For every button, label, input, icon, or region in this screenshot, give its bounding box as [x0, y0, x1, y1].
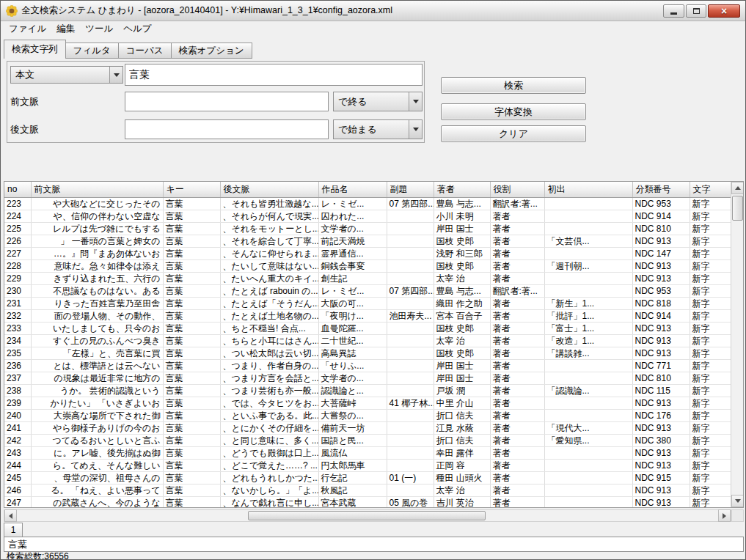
table-row[interactable]: 226 」 一番頭の言葉と婢女の 言葉 、それを綜合して丁寧... 前記天満焼 …: [4, 235, 731, 247]
vertical-scrollbar-thumb[interactable]: [732, 196, 743, 221]
table-row[interactable]: 224 や、信仰の伴わない空虚な 言葉 、それらが何んで現実... 囚われた..…: [4, 210, 731, 222]
cell-no: 245: [4, 471, 31, 484]
vertical-scrollbar[interactable]: [731, 182, 743, 507]
maximize-icon: [693, 8, 700, 14]
table-row[interactable]: 238 うか。 芸術的認識という 言葉 、つまり芸術も亦一般... 認識論と..…: [4, 384, 731, 397]
cell-post-context: 、それも皆勇壮激越な...: [220, 197, 318, 210]
table-row[interactable]: 239 かりたい」 「いさぎよいお 言葉 、では、今タヒツをお... 大菩薩峠 …: [4, 397, 731, 409]
table-body: 223 や大砲などに交じったその 言葉 、それも皆勇壮激越な... レ・ミゼ..…: [4, 197, 731, 508]
cell-key: 言葉: [163, 496, 220, 508]
search-query-input[interactable]: [125, 64, 423, 86]
tab-filter[interactable]: フィルタ: [65, 43, 119, 59]
column-header[interactable]: 文字: [690, 182, 731, 197]
cell-first-publication: 「富士」1...: [544, 322, 632, 334]
cell-key: 言葉: [163, 372, 220, 384]
clear-button[interactable]: クリア: [441, 125, 586, 142]
cell-role: 著者: [490, 459, 544, 471]
cell-key: 言葉: [163, 459, 220, 471]
cell-ndc-number: NDC 176: [632, 409, 690, 421]
table-row[interactable]: 235 「左様」と、売言葉に買 言葉 、つい松太郎は云い切... 高島異誌 国枝…: [4, 347, 731, 359]
column-header[interactable]: 役割: [490, 182, 544, 197]
menu-help[interactable]: ヘルプ: [118, 21, 156, 37]
chevron-down-icon: [409, 120, 422, 139]
post-context-mode-select[interactable]: で始まる: [333, 119, 423, 139]
scroll-down-button[interactable]: [731, 495, 744, 507]
cell-title: 大菩薩峠: [318, 397, 387, 409]
table-row[interactable]: 232 面の登場人物、その動作、 言葉 、たとえば土地名物の... 「夜明け..…: [4, 309, 731, 322]
search-button[interactable]: 検索: [441, 77, 586, 94]
cell-post-context: 、ちらと小耳にはさん...: [220, 334, 318, 347]
column-header[interactable]: 初出: [544, 182, 632, 197]
cell-subtitle: [387, 384, 434, 397]
table-row[interactable]: 246 る。 「ねえ、よい悪事って 言葉 、ないかしら。」「よ... 秋風記 太…: [4, 484, 731, 496]
menu-edit[interactable]: 編集: [51, 21, 80, 37]
search-target-select[interactable]: 本文: [10, 66, 123, 84]
cell-post-context: 、なんで戯れ言に申し...: [220, 496, 318, 508]
cell-role: 翻訳者:著...: [490, 197, 544, 210]
cell-charset: 新字: [690, 309, 731, 322]
result-page-tab[interactable]: 1: [4, 523, 23, 537]
cell-author: 岸田 国士: [434, 372, 490, 384]
table-row[interactable]: 243 に。アレ嘘、後先揃はぬ御 言葉 、どうでも殿御は口上... 風流仏 幸田…: [4, 446, 731, 459]
cell-title: 創生記: [318, 272, 387, 284]
cell-title: 備前天一坊: [318, 421, 387, 434]
scroll-right-button[interactable]: [718, 509, 731, 522]
table-row[interactable]: 247 の武蔵さんへ、今のような 言葉 、なんで戯れ言に申し... 宮本武蔵 0…: [4, 496, 731, 508]
table-row[interactable]: 241 やら御様子ありげの今のお 言葉 、とにかくその仔細を... 備前天一坊 …: [4, 421, 731, 434]
cell-title: 秋風記: [318, 484, 387, 496]
table-row[interactable]: 233 いたしましても、只今のお 言葉 、ちと不穏当! 合点... 血曼陀羅..…: [4, 322, 731, 334]
table-row[interactable]: 245 、母堂の深切、祖母さんの 言葉 、どれもうれしかつた... 行乞記 01…: [4, 471, 731, 484]
column-header[interactable]: 前文脈: [31, 182, 163, 197]
tab-corpus[interactable]: コーパス: [118, 43, 172, 59]
close-button[interactable]: ×: [708, 4, 740, 18]
post-context-label: 後文脈: [10, 119, 39, 139]
table-row[interactable]: 242 つてゐるおいとしいと言ふ 言葉 、と同じ意味に、多く... 国語と民..…: [4, 434, 731, 446]
column-header[interactable]: no: [4, 182, 31, 197]
table-row[interactable]: 227 …。』問『まあ勿体ないお 言葉 、そんなに仰せられま... 霊界通信..…: [4, 247, 731, 259]
horizontal-scrollbar-thumb[interactable]: [248, 511, 486, 520]
cell-title: レ・ミゼ...: [318, 197, 387, 210]
table-row[interactable]: 225 レルプは先づ雑にでもする 言葉 、それをモットーとし... 文学者の..…: [4, 222, 731, 235]
table-row[interactable]: 229 きずり込まれた五、六行の 言葉 、たいへん重大のキイ... 創生記 太宰…: [4, 272, 731, 284]
maximize-button[interactable]: [686, 4, 706, 18]
minimize-button[interactable]: [663, 4, 684, 18]
title-bar[interactable]: 全文検索システム ひまわり - [aozora_20140401] - Y:¥H…: [1, 1, 745, 21]
tab-search-string[interactable]: 検索文字列: [4, 40, 66, 59]
table-row[interactable]: 240 大崇高な場所で下された御 言葉 、といふ事である。此... 大嘗祭の..…: [4, 409, 731, 421]
table-row[interactable]: 236 とは、標準語とは云へない 言葉 、つまり、作者自身の... 「せりふ..…: [4, 359, 731, 372]
cell-subtitle: 07 第四部...: [387, 284, 434, 297]
cell-post-context: 、どうでも殿御は口上...: [220, 446, 318, 459]
cell-ndc-number: NDC 380: [632, 434, 690, 446]
column-header[interactable]: 後文脈: [220, 182, 318, 197]
menu-tools[interactable]: ツール: [80, 21, 118, 37]
cell-role: 著者: [490, 259, 544, 272]
table-row[interactable]: 234 すぐ上の兄のふんべつ臭き 言葉 、ちらと小耳にはさん... 二十世紀..…: [4, 334, 731, 347]
cell-pre-context: 、母堂の深切、祖母さんの: [31, 471, 163, 484]
table-row[interactable]: 237 の現象は最近非常に地方の 言葉 、つまり方言を会話と... 文学者の..…: [4, 372, 731, 384]
column-header[interactable]: 副題: [387, 182, 434, 197]
table-row[interactable]: 228 意味だ。急々如律令は添え 言葉 、たいして意味はない... 銅銭会事変 …: [4, 259, 731, 272]
horizontal-scrollbar[interactable]: [4, 509, 731, 522]
column-header[interactable]: 作品名: [318, 182, 387, 197]
status-bar: 検索総数:36556: [7, 550, 69, 560]
cell-subtitle: [387, 372, 434, 384]
column-header[interactable]: 著者: [434, 182, 490, 197]
cell-title: 二十世紀...: [318, 334, 387, 347]
selected-key-field[interactable]: [4, 537, 744, 552]
post-context-input[interactable]: [125, 119, 329, 139]
table-row[interactable]: 231 りきった百姓言葉乃至田舎 言葉 、たとえば「そうだん... 大阪の可..…: [4, 297, 731, 309]
tab-search-options[interactable]: 検索オプション: [171, 43, 252, 59]
table-row[interactable]: 244 ら。てめえ、そんな難しい 言葉 、どこで覚えた……? ... 円太郎馬車…: [4, 459, 731, 471]
column-header[interactable]: 分類番号: [632, 182, 690, 197]
column-header[interactable]: キー: [163, 182, 220, 197]
cell-key: 言葉: [163, 272, 220, 284]
pre-context-mode-select[interactable]: で終る: [333, 92, 423, 111]
table-row[interactable]: 223 や大砲などに交じったその 言葉 、それも皆勇壮激越な... レ・ミゼ..…: [4, 197, 731, 210]
pre-context-input[interactable]: [125, 92, 329, 111]
scroll-left-button[interactable]: [4, 509, 17, 522]
menu-bar: ファイル 編集 ツール ヘルプ: [1, 21, 745, 37]
table-row[interactable]: 230 不思議なものはない。ある 言葉 、たとえば rabouin の... レ…: [4, 284, 731, 297]
glyph-convert-button[interactable]: 字体変換: [441, 103, 586, 120]
menu-file[interactable]: ファイル: [4, 21, 51, 37]
scroll-up-button[interactable]: [731, 182, 744, 194]
